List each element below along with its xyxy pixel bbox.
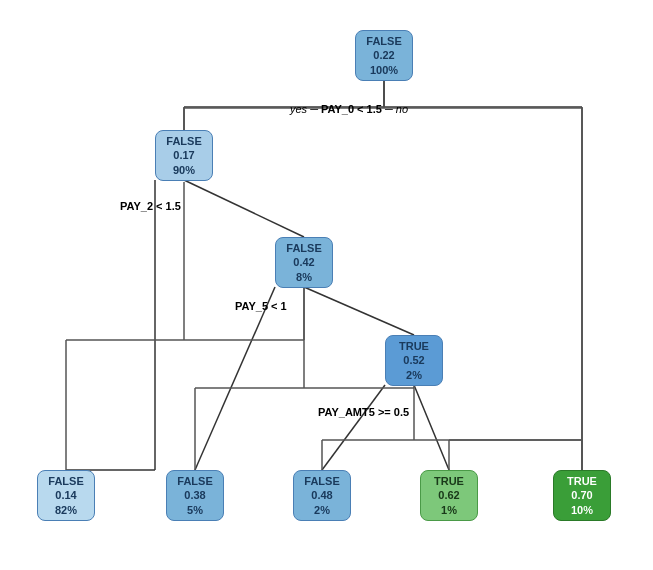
- split-pay5: PAY_5 < 1: [235, 300, 287, 312]
- node-root: FALSE 0.22 100%: [355, 30, 413, 81]
- node-n1-pct: 90%: [162, 163, 206, 177]
- node-n1: FALSE 0.17 90%: [155, 130, 213, 181]
- node-n2-label: FALSE: [282, 241, 326, 255]
- edge-yes-label: yes: [290, 103, 307, 115]
- node-l5-pct: 10%: [560, 503, 604, 517]
- svg-line-12: [322, 385, 385, 470]
- node-n2: FALSE 0.42 8%: [275, 237, 333, 288]
- edge-no-label: no: [396, 103, 408, 115]
- node-l1-value: 0.14: [44, 488, 88, 502]
- split-pay0: yes ─ PAY_0 < 1.5 ─ no: [290, 103, 408, 115]
- node-l5-label: TRUE: [560, 474, 604, 488]
- node-l3-value: 0.48: [300, 488, 344, 502]
- node-n1-label: FALSE: [162, 134, 206, 148]
- split-pay2: PAY_2 < 1.5: [120, 200, 181, 212]
- node-n2-pct: 8%: [282, 270, 326, 284]
- node-n3-pct: 2%: [392, 368, 436, 382]
- node-n3-label: TRUE: [392, 339, 436, 353]
- node-n2-value: 0.42: [282, 255, 326, 269]
- node-l2-value: 0.38: [173, 488, 217, 502]
- svg-line-11: [304, 287, 414, 335]
- node-l1: FALSE 0.14 82%: [37, 470, 95, 521]
- svg-line-9: [184, 180, 304, 237]
- node-l2-pct: 5%: [173, 503, 217, 517]
- node-l3-pct: 2%: [300, 503, 344, 517]
- node-l5-value: 0.70: [560, 488, 604, 502]
- node-n1-value: 0.17: [162, 148, 206, 162]
- split-payamt5: PAY_AMT5 >= 0.5: [318, 406, 409, 418]
- node-l5: TRUE 0.70 10%: [553, 470, 611, 521]
- node-root-label: FALSE: [362, 34, 406, 48]
- node-l1-label: FALSE: [44, 474, 88, 488]
- node-root-value: 0.22: [362, 48, 406, 62]
- node-l3: FALSE 0.48 2%: [293, 470, 351, 521]
- node-l4: TRUE 0.62 1%: [420, 470, 478, 521]
- node-l1-pct: 82%: [44, 503, 88, 517]
- node-l2-label: FALSE: [173, 474, 217, 488]
- svg-line-13: [414, 385, 449, 470]
- node-root-pct: 100%: [362, 63, 406, 77]
- node-l2: FALSE 0.38 5%: [166, 470, 224, 521]
- node-n3: TRUE 0.52 2%: [385, 335, 443, 386]
- tree-container: FALSE 0.22 100% yes ─ PAY_0 < 1.5 ─ no F…: [0, 0, 653, 570]
- node-n3-value: 0.52: [392, 353, 436, 367]
- node-l3-label: FALSE: [300, 474, 344, 488]
- svg-line-10: [195, 287, 275, 470]
- node-l4-value: 0.62: [427, 488, 471, 502]
- node-l4-pct: 1%: [427, 503, 471, 517]
- node-l4-label: TRUE: [427, 474, 471, 488]
